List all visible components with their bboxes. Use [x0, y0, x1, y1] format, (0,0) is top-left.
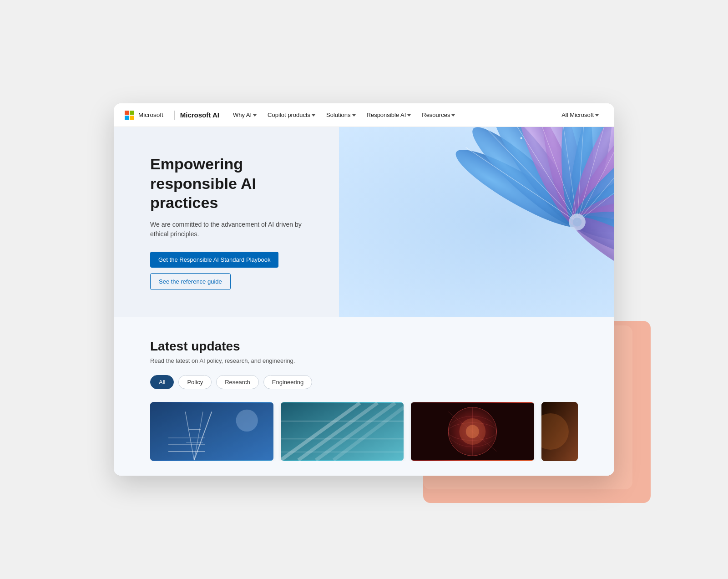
reference-guide-button[interactable]: See the reference guide [150, 273, 231, 290]
svg-point-33 [573, 218, 582, 227]
svg-rect-40 [150, 403, 273, 460]
filter-policy[interactable]: Policy [178, 375, 212, 389]
update-card-1[interactable] [150, 402, 273, 461]
card-image-3 [411, 402, 534, 461]
nav-divider [174, 111, 175, 120]
svg-point-31 [521, 137, 522, 139]
update-card-2[interactable] [281, 402, 404, 461]
hero-subtitle: We are committed to the advancement of A… [150, 220, 314, 239]
logo-cell-yellow [130, 116, 134, 120]
update-card-4-partial[interactable] [541, 402, 578, 461]
brand-ai[interactable]: Microsoft AI [180, 111, 219, 119]
page-wrapper: Microsoft Microsoft AI Why AI Copilot pr… [114, 103, 614, 476]
chevron-down-icon [595, 114, 599, 117]
playbook-button[interactable]: Get the Responsible AI Standard Playbook [150, 252, 278, 268]
updates-title: Latest updates [150, 339, 578, 354]
nav-why-ai-label: Why AI [233, 112, 252, 118]
hero-image [339, 127, 614, 317]
navbar: Microsoft Microsoft AI Why AI Copilot pr… [114, 103, 614, 127]
chevron-down-icon [312, 114, 315, 117]
svg-point-58 [466, 425, 479, 438]
updates-section: Latest updates Read the latest on AI pol… [114, 317, 614, 476]
chevron-down-icon [352, 114, 356, 117]
svg-rect-49 [281, 451, 404, 452]
browser-window: Microsoft Microsoft AI Why AI Copilot pr… [114, 103, 614, 476]
hero-content: Empowering responsible AI practices We a… [114, 127, 350, 317]
updates-subtitle: Read the latest on AI policy, research, … [150, 357, 578, 364]
filter-engineering[interactable]: Engineering [263, 375, 312, 389]
filter-all[interactable]: All [150, 375, 174, 389]
nav-right: All Microsoft [557, 109, 603, 121]
nav-solutions[interactable]: Solutions [322, 109, 360, 121]
filter-research[interactable]: Research [216, 375, 259, 389]
card-image-4 [541, 402, 578, 461]
hero-section: Empowering responsible AI practices We a… [114, 127, 614, 317]
svg-point-41 [236, 409, 258, 431]
logo-cell-red [125, 111, 129, 115]
chevron-down-icon [407, 114, 411, 117]
nav-links: Why AI Copilot products Solutions Respon… [228, 109, 557, 121]
nav-solutions-label: Solutions [326, 112, 350, 118]
nav-resources[interactable]: Resources [417, 109, 460, 121]
brand-microsoft[interactable]: Microsoft [138, 112, 163, 118]
microsoft-logo [125, 111, 134, 120]
chevron-down-icon [253, 114, 257, 117]
nav-responsible-ai-label: Responsible AI [367, 112, 406, 118]
nav-copilot[interactable]: Copilot products [263, 109, 320, 121]
nav-all-microsoft[interactable]: All Microsoft [557, 109, 603, 121]
card-image-2 [281, 402, 404, 461]
nav-responsible-ai[interactable]: Responsible AI [362, 109, 416, 121]
filter-pills: All Policy Research Engineering [150, 375, 578, 389]
card-image-1 [150, 402, 273, 461]
cards-row [150, 402, 578, 461]
update-card-3[interactable] [411, 402, 534, 461]
nav-copilot-label: Copilot products [268, 112, 310, 118]
logo-group: Microsoft [125, 111, 163, 120]
hero-title: Empowering responsible AI practices [150, 154, 314, 213]
logo-cell-blue [125, 116, 129, 120]
nav-why-ai[interactable]: Why AI [228, 109, 261, 121]
svg-rect-47 [281, 421, 404, 422]
logo-cell-green [130, 111, 134, 115]
hero-buttons: Get the Responsible AI Standard Playbook… [150, 252, 314, 290]
svg-rect-48 [281, 438, 404, 439]
nav-resources-label: Resources [422, 112, 450, 118]
all-microsoft-label: All Microsoft [561, 112, 594, 118]
chevron-down-icon [451, 114, 455, 117]
